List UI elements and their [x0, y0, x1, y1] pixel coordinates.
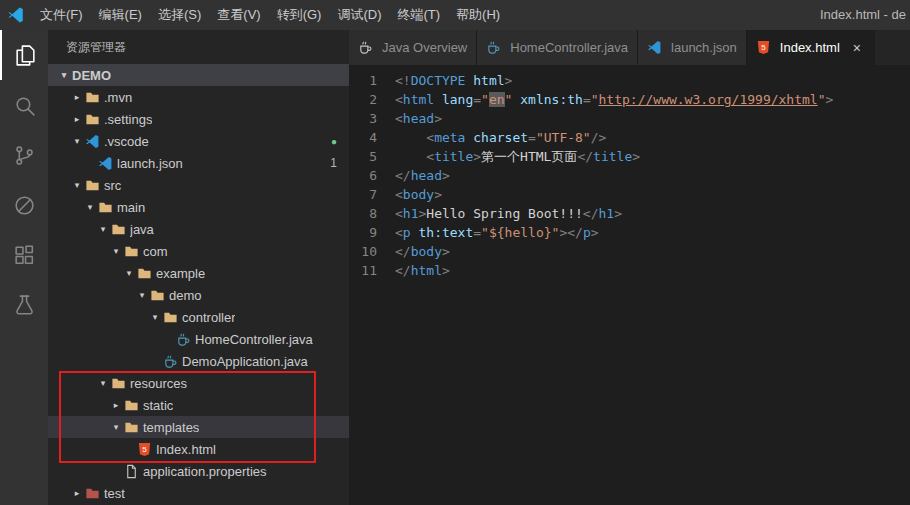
tree-item-java[interactable]: ▾java	[48, 218, 349, 240]
activity-item-blocked[interactable]	[0, 180, 48, 230]
tree-item-demo[interactable]: ▾demo	[48, 284, 349, 306]
tree-item-launch-json[interactable]: launch.json1	[48, 152, 349, 174]
code-line: 1<!DOCTYPE html>	[349, 71, 910, 90]
activity-item-extensions[interactable]	[0, 230, 48, 280]
chevron-right-icon[interactable]: ▸	[69, 114, 85, 124]
tree-item-controller[interactable]: ▾controller	[48, 306, 349, 328]
tab-launch-json[interactable]: launch.json	[638, 30, 747, 65]
chevron-down-icon[interactable]: ▾	[95, 224, 111, 234]
chevron-down-icon[interactable]: ▾	[108, 246, 124, 256]
vscode-logo-icon	[0, 6, 32, 24]
folder-icon	[85, 111, 104, 127]
tree-item-label: DemoApplication.java	[182, 354, 308, 369]
chevron-down-icon[interactable]: ▾	[147, 312, 163, 322]
chevron-right-icon[interactable]: ▸	[69, 92, 85, 102]
chevron-down-icon[interactable]: ▾	[56, 70, 72, 80]
chevron-down-icon[interactable]: ▾	[69, 136, 85, 146]
activity-item-source-control[interactable]	[0, 130, 48, 180]
tree-item-demoapplication-java[interactable]: DemoApplication.java	[48, 350, 349, 372]
tab-homecontroller-java[interactable]: HomeController.java	[477, 30, 638, 65]
chevron-right-icon[interactable]: ▸	[108, 400, 124, 410]
tree-item-application-properties[interactable]: application.properties	[48, 460, 349, 482]
chevron-down-icon[interactable]: ▾	[108, 422, 124, 432]
tree-item-static[interactable]: ▸static	[48, 394, 349, 416]
extensions-icon	[12, 243, 37, 268]
chevron-right-icon[interactable]: ▸	[69, 488, 85, 498]
tree-item-src[interactable]: ▾src	[48, 174, 349, 196]
menu-bar: 文件(F)编辑(E)选择(S)查看(V)转到(G)调试(D)终端(T)帮助(H)	[32, 0, 508, 30]
folder-icon	[85, 177, 104, 193]
tab-label: Index.html	[780, 40, 840, 55]
tree-item-test[interactable]: ▸test	[48, 482, 349, 504]
tree-item-label: com	[143, 244, 168, 259]
tree-item-homecontroller-java[interactable]: HomeController.java	[48, 328, 349, 350]
line-number: 8	[349, 204, 395, 223]
tree-item-resources[interactable]: ▾resources	[48, 372, 349, 394]
menu-item-5[interactable]: 调试(D)	[329, 0, 389, 30]
vscode-icon	[98, 155, 117, 171]
code-text: </head>	[395, 166, 450, 185]
tree-item-settings[interactable]: ▸.settings	[48, 108, 349, 130]
java-icon	[486, 40, 505, 56]
source-control-icon	[12, 143, 37, 168]
code-line: 2<html lang="en" xmlns:th="http://www.w3…	[349, 90, 910, 109]
tree-item-label: .mvn	[104, 90, 132, 105]
line-number: 5	[349, 147, 395, 166]
git-decoration-dot: ●	[331, 136, 349, 147]
chevron-down-icon[interactable]: ▾	[69, 180, 85, 190]
menu-item-2[interactable]: 选择(S)	[150, 0, 209, 30]
tree-item-demo[interactable]: ▾DEMO	[48, 64, 349, 86]
tree-item-main[interactable]: ▾main	[48, 196, 349, 218]
activity-item-tests[interactable]	[0, 280, 48, 330]
line-number: 11	[349, 261, 395, 280]
chevron-down-icon[interactable]: ▾	[82, 202, 98, 212]
code-text: <title>第一个HTML页面</title>	[395, 147, 640, 166]
code-text: <head>	[395, 109, 442, 128]
tree-item-vscode[interactable]: ▾.vscode●	[48, 130, 349, 152]
tree-item-label: HomeController.java	[195, 332, 313, 347]
tree-item-index-html[interactable]: 5Index.html	[48, 438, 349, 460]
activity-item-search[interactable]	[0, 80, 48, 130]
search-icon	[12, 93, 37, 118]
explorer-icon	[13, 43, 38, 68]
tab-index-html[interactable]: 5Index.html×	[747, 30, 875, 65]
tree-item-label: .settings	[104, 112, 152, 127]
tab-label: HomeController.java	[510, 40, 628, 55]
code-text: <meta charset="UTF-8"/>	[395, 128, 606, 147]
code-line: 7<body>	[349, 185, 910, 204]
code-line: 4 <meta charset="UTF-8"/>	[349, 128, 910, 147]
tab-java-overview[interactable]: Java Overview	[349, 30, 477, 65]
file-icon	[124, 463, 143, 479]
chevron-down-icon[interactable]: ▾	[95, 378, 111, 388]
folder-icon	[137, 265, 156, 281]
line-number: 10	[349, 242, 395, 261]
menu-item-6[interactable]: 终端(T)	[389, 0, 448, 30]
menu-item-1[interactable]: 编辑(E)	[91, 0, 150, 30]
menu-item-3[interactable]: 查看(V)	[209, 0, 268, 30]
tab-bar: Java OverviewHomeController.javalaunch.j…	[349, 30, 910, 65]
folder-icon	[111, 221, 130, 237]
tree-item-mvn[interactable]: ▸.mvn	[48, 86, 349, 108]
window-title: Index.html - de	[820, 0, 906, 30]
tree-item-com[interactable]: ▾com	[48, 240, 349, 262]
code-editor[interactable]: 1<!DOCTYPE html>2<html lang="en" xmlns:t…	[349, 65, 910, 505]
tree-item-templates[interactable]: ▾templates	[48, 416, 349, 438]
tab-label: launch.json	[671, 40, 737, 55]
close-icon[interactable]: ×	[849, 40, 865, 56]
vscode-icon	[647, 40, 666, 56]
folder-icon	[85, 89, 104, 105]
blocked-icon	[12, 193, 37, 218]
svg-text:5: 5	[761, 43, 766, 52]
menu-item-7[interactable]: 帮助(H)	[448, 0, 508, 30]
java-icon	[176, 331, 195, 347]
line-number: 2	[349, 90, 395, 109]
tree-item-label: example	[156, 266, 205, 281]
menu-item-4[interactable]: 转到(G)	[269, 0, 330, 30]
menu-item-0[interactable]: 文件(F)	[32, 0, 91, 30]
chevron-down-icon[interactable]: ▾	[121, 268, 137, 278]
tree-item-example[interactable]: ▾example	[48, 262, 349, 284]
activity-item-explorer[interactable]	[0, 30, 48, 80]
line-number: 1	[349, 71, 395, 90]
chevron-down-icon[interactable]: ▾	[134, 290, 150, 300]
code-text: <h1>Hello Spring Boot!!!</h1>	[395, 204, 622, 223]
